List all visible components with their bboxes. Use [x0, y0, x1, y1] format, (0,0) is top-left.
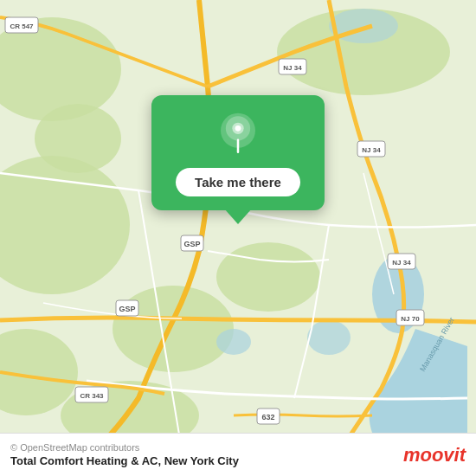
- svg-text:CR 343: CR 343: [80, 392, 104, 400]
- moovit-logo: moovit: [403, 444, 466, 466]
- svg-text:NJ 70: NJ 70: [401, 315, 420, 323]
- svg-point-8: [35, 104, 121, 173]
- location-popup: Take me there: [151, 95, 325, 210]
- svg-point-10: [307, 320, 351, 355]
- svg-text:NJ 34: NJ 34: [283, 64, 302, 72]
- svg-point-4: [113, 286, 234, 372]
- svg-text:NJ 34: NJ 34: [392, 259, 411, 267]
- svg-text:GSP: GSP: [119, 305, 135, 313]
- svg-point-7: [216, 242, 320, 312]
- bottom-bar: © OpenStreetMap contributors Total Comfo…: [0, 433, 476, 476]
- svg-point-35: [235, 125, 241, 132]
- map-container: Manasquan River GSP GSP NJ 34 NJ 34 NJ 3…: [0, 0, 476, 433]
- svg-text:NJ 34: NJ 34: [362, 146, 381, 154]
- osm-attribution: © OpenStreetMap contributors: [10, 442, 239, 453]
- moovit-logo-text: moovit: [403, 444, 466, 466]
- bottom-left-info: © OpenStreetMap contributors Total Comfo…: [10, 442, 239, 467]
- pin-icon: [216, 113, 260, 156]
- svg-text:GSP: GSP: [183, 240, 200, 248]
- svg-point-11: [216, 329, 251, 355]
- svg-text:632: 632: [261, 413, 274, 421]
- location-name: Total Comfort Heating & AC, New York Cit…: [10, 454, 239, 467]
- svg-text:CR 547: CR 547: [10, 23, 34, 30]
- take-me-there-button[interactable]: Take me there: [176, 168, 300, 196]
